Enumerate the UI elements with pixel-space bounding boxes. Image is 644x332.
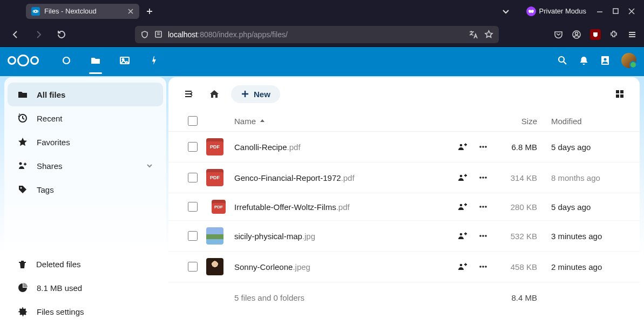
- sidebar-item-label: Tags: [37, 185, 54, 194]
- reload-button[interactable]: [53, 26, 69, 43]
- file-modified: 5 days ago: [537, 143, 629, 152]
- notifications-icon[interactable]: [579, 56, 589, 66]
- tabs-dropdown-icon[interactable]: [501, 7, 510, 16]
- address-bar[interactable]: localhost:8080/index.php/apps/files/: [135, 26, 499, 43]
- summary-size: 8.4 MB: [511, 293, 537, 302]
- column-size-header[interactable]: Size: [489, 117, 537, 126]
- svg-point-38: [482, 266, 484, 268]
- translate-icon[interactable]: [468, 30, 478, 39]
- sort-asc-icon: [259, 118, 266, 124]
- sidebar-item-all-files[interactable]: All files: [8, 83, 163, 106]
- svg-point-34: [482, 235, 484, 237]
- svg-point-37: [479, 266, 482, 268]
- share-button[interactable]: [457, 231, 468, 241]
- file-size: 314 KB: [489, 173, 537, 182]
- more-button[interactable]: [478, 231, 489, 241]
- nextcloud-favicon: [31, 7, 40, 16]
- nextcloud-logo[interactable]: [8, 55, 39, 66]
- ublock-icon[interactable]: [590, 29, 601, 40]
- row-checkbox[interactable]: [188, 202, 198, 212]
- svg-point-27: [485, 177, 487, 179]
- files-app-icon[interactable]: [87, 51, 104, 70]
- svg-point-24: [460, 175, 463, 178]
- new-button-label: New: [254, 90, 270, 99]
- sidebar-item-tags[interactable]: Tags: [8, 178, 163, 201]
- file-size: 280 KB: [489, 202, 537, 212]
- more-button[interactable]: [478, 141, 489, 152]
- new-button[interactable]: New: [231, 85, 280, 103]
- svg-rect-19: [620, 94, 623, 98]
- column-name-header[interactable]: Name: [231, 117, 424, 126]
- file-row[interactable]: PDF Canolli-Recipe.pdf 6.8 MB 5 days ago: [168, 132, 640, 162]
- select-all-checkbox[interactable]: [188, 116, 198, 126]
- file-name: Sonny-Corleone.jpeg: [234, 262, 310, 272]
- sidebar-item-shares[interactable]: Shares: [8, 154, 163, 178]
- share-button[interactable]: [457, 261, 468, 272]
- share-button[interactable]: [457, 141, 468, 152]
- table-header: Name Size Modified: [168, 111, 640, 132]
- minimize-icon[interactable]: [596, 8, 604, 15]
- svg-point-30: [482, 206, 484, 208]
- url-text: localhost:8080/index.php/apps/files/: [168, 30, 288, 39]
- tag-icon: [17, 184, 28, 195]
- browser-tab[interactable]: Files - Nextcloud: [26, 4, 139, 19]
- file-row[interactable]: PDF Genco-Financial-Report-1972.pdf 314 …: [168, 162, 640, 193]
- back-button[interactable]: [8, 26, 24, 43]
- sidebar-item-favorites[interactable]: Favorites: [8, 130, 163, 154]
- dashboard-app-icon[interactable]: [58, 51, 74, 70]
- contacts-icon[interactable]: [600, 55, 611, 66]
- more-button[interactable]: [478, 261, 489, 272]
- summary-row: 5 files and 0 folders 8.4 MB: [168, 282, 640, 313]
- summary-text: 5 files and 0 folders: [234, 293, 304, 302]
- share-button[interactable]: [457, 172, 468, 183]
- svg-point-23: [485, 146, 487, 148]
- pocket-icon[interactable]: [554, 30, 563, 39]
- share-icon: [17, 160, 28, 171]
- row-checkbox[interactable]: [188, 231, 198, 241]
- file-row[interactable]: PDF Irrefutable-Offer-Woltz-Films.pdf 28…: [168, 193, 640, 221]
- row-checkbox[interactable]: [188, 173, 198, 182]
- file-row[interactable]: Sonny-Corleone.jpeg 458 KB 2 minutes ago: [168, 252, 640, 282]
- row-checkbox[interactable]: [188, 142, 198, 152]
- svg-point-6: [575, 32, 578, 35]
- file-modified: 8 months ago: [537, 173, 629, 182]
- files-main: New Name Size Modified PDF Canolli-Recip…: [168, 77, 640, 329]
- file-modified: 5 days ago: [537, 202, 629, 212]
- share-button[interactable]: [457, 201, 468, 212]
- maximize-icon[interactable]: [612, 8, 619, 15]
- new-tab-button[interactable]: [146, 8, 153, 15]
- app-menu-icon[interactable]: [628, 30, 636, 39]
- svg-point-22: [482, 146, 484, 148]
- toggle-sidebar-button[interactable]: [179, 85, 198, 103]
- close-window-icon[interactable]: [628, 8, 635, 15]
- sidebar-item-files-settings[interactable]: Files settings: [8, 300, 163, 323]
- svg-point-29: [479, 206, 482, 208]
- column-modified-header[interactable]: Modified: [537, 117, 629, 126]
- shield-icon[interactable]: [140, 30, 149, 39]
- search-icon[interactable]: [557, 55, 568, 66]
- close-tab-icon[interactable]: [127, 8, 134, 15]
- more-button[interactable]: [478, 201, 489, 212]
- file-row[interactable]: sicily-physical-map.jpg 532 KB 3 minutes…: [168, 221, 640, 252]
- svg-rect-17: [620, 90, 623, 93]
- extensions-icon[interactable]: [609, 30, 619, 39]
- sidebar-item-recent[interactable]: Recent: [8, 106, 163, 130]
- photos-app-icon[interactable]: [117, 51, 133, 70]
- sidebar-item-label: Deleted files: [36, 260, 81, 269]
- sidebar-item-8-1-mb-used[interactable]: 8.1 MB used: [8, 276, 163, 300]
- activity-app-icon[interactable]: [146, 51, 162, 70]
- account-icon[interactable]: [572, 30, 581, 39]
- sidebar-item-deleted-files[interactable]: Deleted files: [8, 253, 163, 276]
- user-avatar[interactable]: [621, 53, 636, 68]
- browser-url-bar: localhost:8080/index.php/apps/files/: [0, 22, 644, 47]
- bookmark-icon[interactable]: [484, 30, 493, 39]
- more-button[interactable]: [478, 172, 489, 183]
- view-toggle-button[interactable]: [611, 85, 629, 103]
- window-controls: [596, 8, 635, 15]
- row-checkbox[interactable]: [188, 262, 198, 272]
- page-info-icon[interactable]: [154, 30, 162, 38]
- file-modified: 2 minutes ago: [537, 262, 629, 272]
- home-button[interactable]: [205, 85, 223, 103]
- svg-point-32: [460, 233, 463, 236]
- folder-icon: [17, 89, 28, 100]
